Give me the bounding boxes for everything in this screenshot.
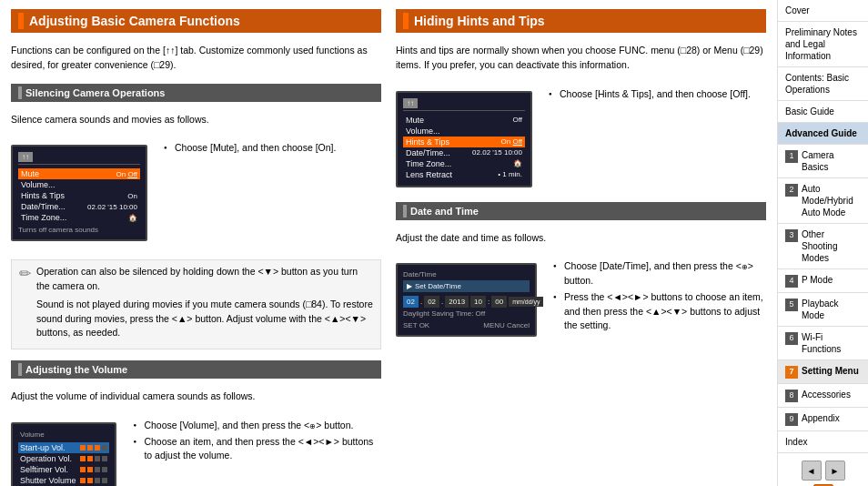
date-desc: Adjust the date and time as follows. <box>396 231 766 246</box>
gray-bar3-icon <box>403 205 407 218</box>
sidebar-cover-label: Cover <box>785 5 810 15</box>
mute-item-mute: Mute On Off <box>18 168 140 179</box>
sidebar-advanced-guide-label: Advanced Guide <box>785 128 857 138</box>
sidebar-num-8: 8 <box>785 390 798 402</box>
date-screen-title: Date/Time <box>403 270 530 278</box>
date-format: mm/dd/yy <box>509 297 543 307</box>
sidebar-item-camera-basics[interactable]: 1 Camera Basics <box>778 145 868 178</box>
sidebar-label-1: Camera Basics <box>802 149 861 173</box>
prev-icon: ◄ <box>807 466 816 476</box>
sidebar-basic-guide-label: Basic Guide <box>785 106 834 116</box>
date-screen-footer: SET OK MENU Cancel <box>403 321 530 329</box>
mute-bullet1: Choose [Mute], and then choose [On]. <box>164 141 336 156</box>
vol-bar-shutter <box>80 478 107 483</box>
note-box: ✏ Operation can also be silenced by hold… <box>11 259 381 349</box>
gray-bar2-icon <box>18 363 22 376</box>
sidebar-item-playback[interactable]: 5 Playback Mode <box>778 293 868 327</box>
sidebar-item-setting-menu[interactable]: 7 Setting Menu <box>778 360 868 384</box>
note-content: Operation can also be silenced by holdin… <box>36 265 373 344</box>
sidebar-label-9: Appendix <box>802 412 840 424</box>
date-bullets: Choose [Date/Time], and then press the <… <box>553 259 766 335</box>
main-content: Adjusting Basic Camera Functions Functio… <box>0 0 777 486</box>
sidebar-label-4: P Mode <box>802 274 833 286</box>
sidebar-num-2: 2 <box>785 184 798 197</box>
mute-item-datetime: Date/Time... 02.02 '15 10:00 <box>18 201 140 212</box>
vol-section-content: Volume Start-up Vol. Operation Vol. <box>11 419 381 486</box>
sidebar-index-label: Index <box>785 437 807 447</box>
hints-item-volume: Volume... <box>403 126 525 137</box>
date-day: 02 <box>424 296 439 308</box>
sidebar-label-7: Setting Menu <box>802 365 859 377</box>
sidebar-num-5: 5 <box>785 299 798 311</box>
sidebar-label-5: Playback Mode <box>802 298 861 321</box>
vol-bullet1: Choose [Volume], and then press the <⊕> … <box>133 419 381 433</box>
hints-section-content: ↑↑ Mute Off Volume... Hints & Tips On Of… <box>396 87 766 191</box>
hints-camera-screen: ↑↑ Mute Off Volume... Hints & Tips On Of… <box>396 91 532 187</box>
hints-title-text: Hiding Hints and Tips <box>414 14 545 28</box>
date-section-content: Date/Time ▶ Set Date/Time 02 . 02 . 2013… <box>396 259 766 340</box>
date-year: 2013 <box>445 296 469 308</box>
date-bullet2: Press the <◄><►> buttons to choose an it… <box>553 290 766 333</box>
sidebar-num-9: 9 <box>785 413 798 426</box>
sidebar-item-appendix[interactable]: 9 Appendix <box>778 408 868 431</box>
mute-item-hints: Hints & Tips On <box>18 190 140 201</box>
prev-button[interactable]: ◄ <box>802 461 822 481</box>
mute-bullets: Choose [Mute], and then choose [On]. <box>164 141 336 157</box>
vol-item-selftimer: Selftimer Vol. <box>18 464 109 475</box>
mute-section-content: ↑↑ Mute On Off Volume... Hints & Tips On <box>11 141 381 245</box>
hints-tab: ↑↑ <box>403 98 418 108</box>
sidebar-item-auto-mode[interactable]: 2 Auto Mode/Hybrid Auto Mode <box>778 178 868 224</box>
vol-bar-operation <box>80 456 107 461</box>
date-hour: 10 <box>470 296 486 308</box>
vol-item-startup: Start-up Vol. <box>18 442 109 453</box>
main-desc: Functions can be configured on the [↑↑] … <box>11 44 381 73</box>
sidebar-item-index[interactable]: Index <box>778 431 868 453</box>
hints-item-mute: Mute Off <box>403 115 525 126</box>
sidebar-item-cover[interactable]: Cover <box>778 0 868 22</box>
columns-layout: Adjusting Basic Camera Functions Functio… <box>11 9 766 486</box>
sidebar-contents-label: Contents: Basic Operations <box>785 73 849 95</box>
date-month: 02 <box>403 296 419 308</box>
mute-item-timezone: Time Zone... 🏠 <box>18 212 140 223</box>
sidebar: Cover Preliminary Notes and Legal Inform… <box>777 0 868 486</box>
sidebar-item-advanced-guide[interactable]: Advanced Guide <box>778 123 868 145</box>
sidebar-label-2: Auto Mode/Hybrid Auto Mode <box>802 183 861 218</box>
sidebar-item-p-mode[interactable]: 4 P Mode <box>778 269 868 293</box>
sidebar-num-7: 7 <box>785 366 798 379</box>
hints-section-title: Hiding Hints and Tips <box>396 9 766 33</box>
vol-camera-screen: Volume Start-up Vol. Operation Vol. <box>11 422 116 486</box>
sidebar-num-1: 1 <box>785 150 798 163</box>
next-icon: ► <box>831 466 840 476</box>
vol-item-operation: Operation Vol. <box>18 453 109 464</box>
orange-bar2-icon <box>403 13 409 29</box>
vol-bullets: Choose [Volume], and then press the <⊕> … <box>133 419 381 465</box>
main-section-title: Adjusting Basic Camera Functions <box>11 9 381 33</box>
right-column: Hiding Hints and Tips Hints and tips are… <box>396 9 766 486</box>
sidebar-label-6: Wi-Fi Functions <box>802 331 861 355</box>
date-values-row: 02 . 02 . 2013 10 : 00 mm/dd/yy <box>403 296 530 308</box>
sidebar-item-basic-guide[interactable]: Basic Guide <box>778 101 868 123</box>
vol-bullet2: Choose an item, and then press the <◄><►… <box>133 435 381 464</box>
gray-bar-icon <box>18 86 22 99</box>
sidebar-item-contents[interactable]: Contents: Basic Operations <box>778 67 868 101</box>
sidebar-num-3: 3 <box>785 229 798 242</box>
sidebar-num-6: 6 <box>785 332 798 345</box>
sub2-desc: Adjust the volume of individual camera s… <box>11 390 381 404</box>
mute-screen-footer: Turns off camera sounds <box>18 226 140 234</box>
next-button[interactable]: ► <box>825 461 845 481</box>
hints-desc: Hints and tips are normally shown when y… <box>396 44 766 73</box>
date-section-title: Date and Time <box>396 202 766 220</box>
date-camera-screen: Date/Time ▶ Set Date/Time 02 . 02 . 2013… <box>396 263 537 337</box>
sidebar-item-shooting-modes[interactable]: 3 Other Shooting Modes <box>778 224 868 269</box>
hints-item-lens: Lens Retract • 1 min. <box>403 169 525 180</box>
sidebar-prelim-label: Preliminary Notes and Legal Information <box>785 27 857 61</box>
mute-screen-tabs: ↑↑ <box>18 152 140 165</box>
sidebar-item-wifi[interactable]: 6 Wi-Fi Functions <box>778 327 868 360</box>
sub2-title: Adjusting the Volume <box>11 360 381 379</box>
date-set-row: ▶ Set Date/Time <box>403 280 530 292</box>
note-icon: ✏ <box>19 265 31 344</box>
sidebar-item-accessories[interactable]: 8 Accessories <box>778 384 868 408</box>
date-bullet1: Choose [Date/Time], and then press the <… <box>553 259 766 289</box>
sidebar-item-prelim[interactable]: Preliminary Notes and Legal Information <box>778 22 868 67</box>
sub1-desc: Silence camera sounds and movies as foll… <box>11 113 381 127</box>
